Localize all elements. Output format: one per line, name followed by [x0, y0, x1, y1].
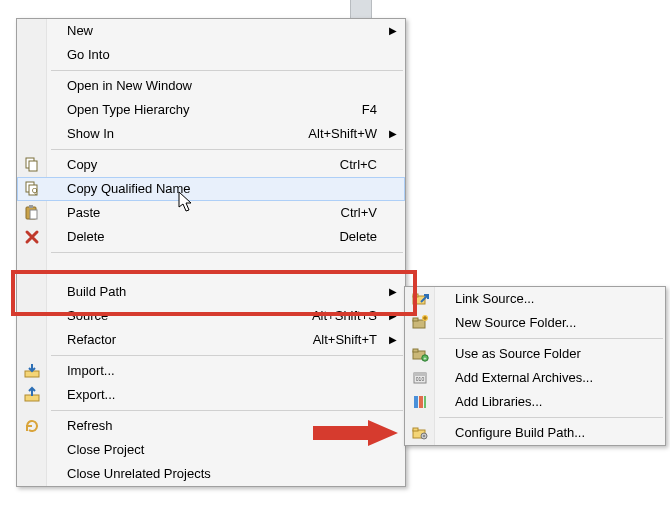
menu-item-label: Add External Archives...	[455, 366, 593, 390]
menu-item-import[interactable]: Import...	[17, 359, 405, 383]
menu-items: Link Source... New Source Folder... + Us…	[405, 287, 665, 445]
menu-item-label: Refresh	[67, 414, 113, 438]
svg-rect-24	[424, 396, 426, 408]
menu-item-link-source[interactable]: Link Source...	[405, 287, 665, 311]
menu-item-label: Close Project	[67, 438, 144, 462]
menu-separator	[51, 252, 403, 253]
menu-item-shortcut: Ctrl+C	[340, 153, 377, 177]
submenu-arrow-icon: ▶	[389, 19, 397, 43]
editor-scrollbar-strip	[350, 0, 372, 18]
link-source-icon	[411, 290, 429, 308]
submenu-arrow-icon: ▶	[389, 328, 397, 352]
menu-separator	[51, 355, 403, 356]
menu-item-refresh[interactable]: Refresh	[17, 414, 405, 438]
svg-rect-1	[29, 161, 37, 171]
copy-icon	[23, 156, 41, 174]
menu-item-copy-qualified-name[interactable]: Q Copy Qualified Name	[17, 177, 405, 201]
menu-item-label: Export...	[67, 383, 115, 407]
menu-item-shortcut: Ctrl+V	[341, 201, 377, 225]
menu-separator	[51, 410, 403, 411]
menu-item-open-type-hierarchy[interactable]: Open Type Hierarchy F4	[17, 98, 405, 122]
menu-item-label: Paste	[67, 201, 100, 225]
menu-item-close-project[interactable]: Close Project	[17, 438, 405, 462]
menu-item-label: Open in New Window	[67, 74, 192, 98]
menu-item-label: Delete	[67, 225, 105, 249]
menu-separator	[51, 70, 403, 71]
svg-rect-7	[30, 210, 37, 219]
refresh-icon	[23, 417, 41, 435]
svg-text:+: +	[424, 355, 427, 361]
menu-item-label: Use as Source Folder	[455, 342, 581, 366]
menu-item-label: Open Type Hierarchy	[67, 98, 190, 122]
svg-rect-11	[413, 294, 418, 297]
menu-item-shortcut: Alt+Shift+W	[308, 122, 377, 146]
paste-icon	[23, 204, 41, 222]
svg-rect-22	[414, 396, 418, 408]
menu-item-refactor[interactable]: Refactor Alt+Shift+T ▶	[17, 328, 405, 352]
svg-rect-23	[419, 396, 423, 408]
menu-item-go-into[interactable]: Go Into	[17, 43, 405, 67]
copy-qualified-icon: Q	[23, 180, 41, 198]
import-icon	[23, 362, 41, 380]
tree-item-partial: nL	[0, 22, 5, 36]
svg-text:Q: Q	[32, 187, 38, 195]
menu-item-label: Refactor	[67, 328, 116, 352]
menu-item-copy[interactable]: Copy Ctrl+C	[17, 153, 405, 177]
submenu-arrow-icon: ▶	[389, 122, 397, 146]
submenu-arrow-icon: ▶	[389, 280, 397, 304]
menu-item-add-external-archives[interactable]: 010 Add External Archives...	[405, 366, 665, 390]
svg-rect-16	[413, 349, 418, 352]
svg-rect-13	[413, 318, 418, 321]
menu-separator	[439, 417, 663, 418]
menu-item-shortcut: F4	[362, 98, 377, 122]
menu-items: New ▶ Go Into Open in New Window Open Ty…	[17, 19, 405, 486]
archive-icon: 010	[411, 369, 429, 387]
menu-item-label: Close Unrelated Projects	[67, 462, 211, 486]
menu-item-delete[interactable]: Delete Delete	[17, 225, 405, 249]
menu-item-label: Build Path	[67, 280, 126, 304]
library-icon	[411, 393, 429, 411]
context-menu-main: New ▶ Go Into Open in New Window Open Ty…	[16, 18, 406, 487]
svg-rect-6	[29, 205, 33, 208]
configure-build-path-icon	[411, 424, 429, 442]
svg-text:010: 010	[416, 376, 425, 382]
menu-item-label: New Source Folder...	[455, 311, 576, 335]
menu-item-label: Go Into	[67, 43, 110, 67]
menu-item-add-libraries[interactable]: Add Libraries...	[405, 390, 665, 414]
menu-item-label: Link Source...	[455, 287, 535, 311]
menu-item-paste[interactable]: Paste Ctrl+V	[17, 201, 405, 225]
menu-item-shortcut: Alt+Shift+T	[313, 328, 377, 352]
menu-item-label: Copy	[67, 153, 97, 177]
menu-item-label: Copy Qualified Name	[67, 178, 191, 200]
submenu-arrow-icon: ▶	[389, 304, 397, 328]
use-as-source-folder-icon: +	[411, 345, 429, 363]
new-source-folder-icon	[411, 314, 429, 332]
menu-item-close-unrelated-projects[interactable]: Close Unrelated Projects	[17, 462, 405, 486]
menu-item-label: Source	[67, 304, 108, 328]
menu-item-configure-build-path[interactable]: Configure Build Path...	[405, 421, 665, 445]
menu-item-label: New	[67, 19, 93, 43]
menu-item-open-new-window[interactable]: Open in New Window	[17, 74, 405, 98]
delete-icon	[23, 228, 41, 246]
menu-item-export[interactable]: Export...	[17, 383, 405, 407]
menu-item-source[interactable]: Source Alt+Shift+S ▶	[17, 304, 405, 328]
menu-item-shortcut: Delete	[339, 225, 377, 249]
menu-item-label: Configure Build Path...	[455, 421, 585, 445]
menu-item-label: Show In	[67, 122, 114, 146]
menu-item-use-as-source-folder[interactable]: + Use as Source Folder	[405, 342, 665, 366]
menu-item-shortcut: Alt+Shift+S	[312, 304, 377, 328]
context-menu-build-path: Link Source... New Source Folder... + Us…	[404, 286, 666, 446]
svg-point-28	[423, 435, 425, 437]
menu-item-new[interactable]: New ▶	[17, 19, 405, 43]
svg-rect-26	[413, 428, 418, 431]
menu-item-label: Import...	[67, 359, 115, 383]
menu-item-show-in[interactable]: Show In Alt+Shift+W ▶	[17, 122, 405, 146]
menu-separator	[439, 338, 663, 339]
menu-separator	[51, 149, 403, 150]
menu-item-build-path[interactable]: Build Path ▶	[17, 280, 405, 304]
menu-item-new-source-folder[interactable]: New Source Folder...	[405, 311, 665, 335]
menu-item-label: Add Libraries...	[455, 390, 542, 414]
export-icon	[23, 386, 41, 404]
